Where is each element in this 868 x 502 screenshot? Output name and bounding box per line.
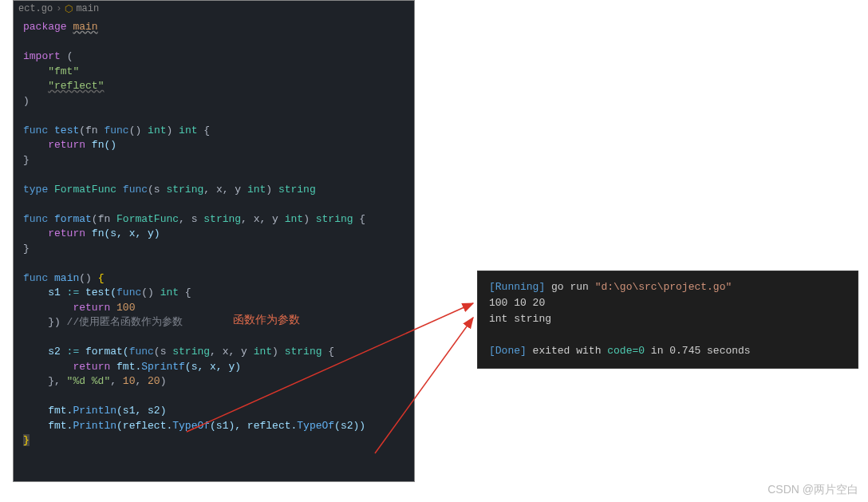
terminal-panel: [Running] go run "d:\go\src\project.go" … xyxy=(477,271,858,369)
chevron-right-icon: › xyxy=(56,3,61,14)
breadcrumb-file[interactable]: ect.go xyxy=(18,3,53,14)
code-area[interactable]: package main import ( "fmt" "reflect" ) … xyxy=(14,17,414,452)
code-editor-panel: ect.go › ⬡ main package main import ( "f… xyxy=(13,0,415,482)
annotation-label: 函数作为参数 xyxy=(233,313,300,327)
terminal-output-2: int string xyxy=(489,311,846,327)
terminal-output-1: 100 10 20 xyxy=(489,295,846,311)
watermark: CSDN @两片空白 xyxy=(767,483,858,497)
terminal-line-running: [Running] go run "d:\go\src\project.go" xyxy=(489,279,846,295)
terminal-line-done: [Done] exited with code=0 in 0.745 secon… xyxy=(489,343,846,359)
symbol-icon: ⬡ xyxy=(65,3,73,15)
breadcrumb-symbol[interactable]: main xyxy=(76,3,99,14)
breadcrumb[interactable]: ect.go › ⬡ main xyxy=(14,1,414,17)
